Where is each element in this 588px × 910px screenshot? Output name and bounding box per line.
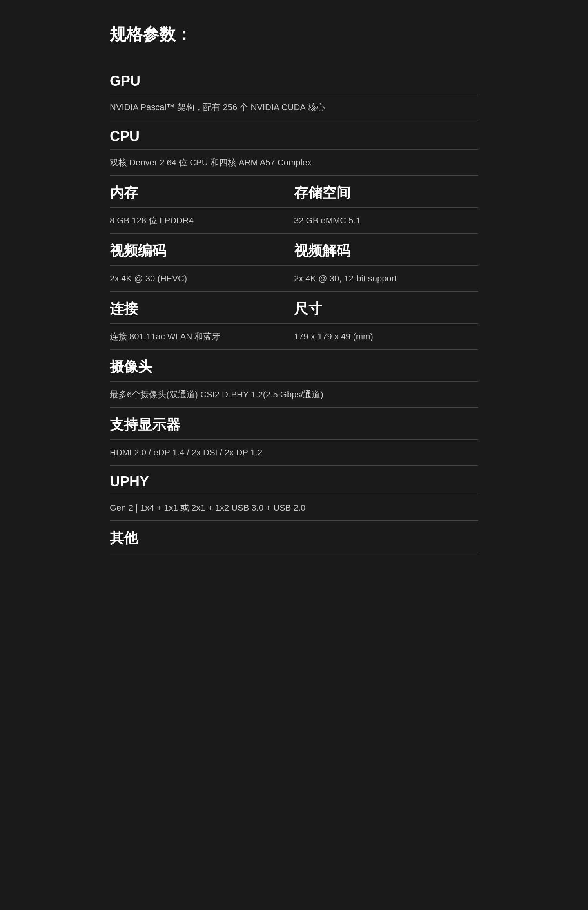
spec-header-video-encode-decode: 视频编码视频解码 [110,234,478,266]
spec-value-row-gpu: NVIDIA Pascal™ 架构，配有 256 个 NVIDIA CUDA 核… [110,94,478,120]
spec-value-row-memory-storage: 8 GB 128 位 LPDDR432 GB eMMC 5.1 [110,208,478,234]
spec-value-gpu-0: NVIDIA Pascal™ 架构，配有 256 个 NVIDIA CUDA 核… [110,101,325,114]
spec-header-uphy: UPHY [110,466,478,495]
page-container: 规格参数： GPUNVIDIA Pascal™ 架构，配有 256 个 NVID… [110,24,478,553]
spec-value-video-encode-decode-1: 2x 4K @ 30, 12-bit support [294,272,478,285]
spec-value-row-cpu: 双核 Denver 2 64 位 CPU 和四核 ARM A57 Complex [110,150,478,176]
spec-label-display-0: 支持显示器 [110,415,180,435]
spec-header-display: 支持显示器 [110,408,478,440]
specs-container: GPUNVIDIA Pascal™ 架构，配有 256 个 NVIDIA CUD… [110,65,478,553]
spec-header-camera: 摄像头 [110,350,478,382]
spec-value-connectivity-size-0: 连接 801.11ac WLAN 和蓝牙 [110,330,294,343]
spec-header-connectivity-size: 连接尺寸 [110,292,478,324]
spec-value-connectivity-size-1: 179 x 179 x 49 (mm) [294,330,478,343]
spec-value-camera-0: 最多6个摄像头(双通道) CSI2 D-PHY 1.2(2.5 Gbps/通道) [110,388,323,401]
spec-value-row-video-encode-decode: 2x 4K @ 30 (HEVC)2x 4K @ 30, 12-bit supp… [110,266,478,292]
spec-value-row-uphy: Gen 2 | 1x4 + 1x1 或 2x1 + 1x2 USB 3.0 + … [110,495,478,521]
spec-value-cpu-0: 双核 Denver 2 64 位 CPU 和四核 ARM A57 Complex [110,156,312,169]
spec-label-connectivity-size-1: 尺寸 [294,299,478,319]
spec-value-row-connectivity-size: 连接 801.11ac WLAN 和蓝牙179 x 179 x 49 (mm) [110,324,478,350]
spec-label-cpu-0: CPU [110,128,140,145]
spec-value-display-0: HDMI 2.0 / eDP 1.4 / 2x DSI / 2x DP 1.2 [110,446,262,459]
spec-value-row-camera: 最多6个摄像头(双通道) CSI2 D-PHY 1.2(2.5 Gbps/通道) [110,382,478,408]
spec-label-other-0: 其他 [110,529,138,548]
spec-label-memory-storage-0: 内存 [110,183,294,203]
spec-value-video-encode-decode-0: 2x 4K @ 30 (HEVC) [110,272,294,285]
spec-value-memory-storage-1: 32 GB eMMC 5.1 [294,214,478,227]
spec-label-uphy-0: UPHY [110,473,149,490]
spec-header-cpu: CPU [110,120,478,150]
spec-value-uphy-0: Gen 2 | 1x4 + 1x1 或 2x1 + 1x2 USB 3.0 + … [110,501,305,514]
page-title: 规格参数： [110,24,478,45]
spec-label-connectivity-size-0: 连接 [110,299,294,319]
spec-label-video-encode-decode-1: 视频解码 [294,241,478,261]
spec-value-row-display: HDMI 2.0 / eDP 1.4 / 2x DSI / 2x DP 1.2 [110,440,478,466]
spec-value-memory-storage-0: 8 GB 128 位 LPDDR4 [110,214,294,227]
spec-header-memory-storage: 内存存储空间 [110,176,478,208]
spec-header-gpu: GPU [110,65,478,94]
spec-label-gpu-0: GPU [110,73,140,89]
spec-header-other: 其他 [110,521,478,553]
spec-label-video-encode-decode-0: 视频编码 [110,241,294,261]
spec-label-camera-0: 摄像头 [110,357,152,377]
spec-label-memory-storage-1: 存储空间 [294,183,478,203]
